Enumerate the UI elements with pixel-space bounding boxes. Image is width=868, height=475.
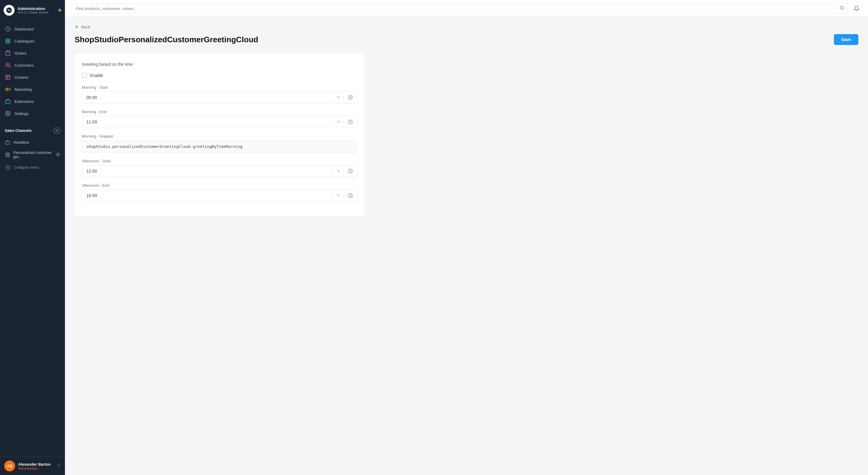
morning-start-field: Morning - Start × [82, 85, 357, 103]
user-profile[interactable]: AB Alexander Barton Administrator [0, 456, 65, 475]
enable-checkbox[interactable] [82, 73, 87, 78]
svg-rect-14 [5, 141, 9, 144]
sidebar-item-label: Settings [14, 111, 29, 116]
extensions-icon [5, 98, 11, 104]
morning-start-input[interactable] [82, 92, 333, 103]
svg-rect-18 [8, 155, 9, 157]
sidebar-item-label: Customers [14, 63, 33, 68]
morning-start-clear-button[interactable]: × [333, 92, 343, 103]
morning-start-label: Morning - Start [82, 85, 357, 90]
settings-icon [5, 110, 11, 116]
afternoon-end-label: Afternoon - End [82, 183, 357, 188]
section-title: Greeting based on the time [82, 62, 357, 67]
user-role: Administrator [18, 467, 54, 470]
morning-start-input-wrap: × [82, 92, 357, 103]
svg-rect-16 [8, 153, 9, 155]
svg-point-19 [57, 154, 59, 155]
svg-point-21 [840, 6, 843, 9]
afternoon-start-input[interactable] [82, 165, 333, 177]
search-input[interactable] [71, 3, 847, 14]
headless-icon [5, 140, 10, 145]
sidebar-item-marketing[interactable]: Marketing [0, 83, 65, 95]
morning-end-input[interactable] [82, 116, 333, 128]
svg-rect-8 [6, 75, 10, 79]
topbar [65, 0, 868, 17]
page-content: Back ShopStudioPersonalizedCustomerGreet… [65, 17, 868, 475]
svg-rect-15 [6, 153, 7, 155]
svg-rect-17 [6, 155, 7, 157]
svg-rect-3 [8, 39, 10, 40]
svg-rect-12 [6, 100, 10, 103]
afternoon-end-clock-button[interactable] [343, 190, 357, 201]
afternoon-start-clock-button[interactable] [343, 165, 357, 177]
sidebar-item-orders[interactable]: Orders [0, 47, 65, 59]
catalogues-icon [5, 38, 11, 44]
save-button[interactable]: Save [834, 34, 858, 45]
orders-icon [5, 50, 11, 56]
online-indicator [58, 9, 61, 12]
avatar: AB [4, 461, 15, 471]
back-link[interactable]: Back [74, 25, 858, 29]
afternoon-start-input-wrap: × [82, 165, 357, 177]
morning-end-label: Morning - End [82, 109, 357, 114]
sidebar-sub-label: Personalized customer gre... [13, 150, 53, 159]
search-icon[interactable] [840, 5, 844, 11]
sidebar-item-content[interactable]: Content [0, 71, 65, 83]
sidebar-item-dashboard[interactable]: Dashboard [0, 23, 65, 35]
app-title-block: Administration v6.4.2.1 Stable Version [18, 6, 55, 14]
svg-rect-5 [6, 42, 7, 43]
svg-rect-2 [6, 39, 7, 40]
afternoon-end-clear-button[interactable]: × [333, 190, 343, 201]
eye-icon[interactable] [56, 152, 60, 158]
afternoon-start-label: Afternoon - Start [82, 159, 357, 163]
sidebar-item-headless[interactable]: Headless [0, 137, 65, 148]
greeting-card: Greeting based on the time Enable Mornin… [74, 54, 365, 216]
sidebar-item-label: Content [14, 75, 28, 80]
collapse-label: Collapse menu [14, 165, 39, 170]
app-version: v6.4.2.1 Stable Version [18, 11, 55, 14]
collapse-icon [5, 165, 11, 170]
svg-point-13 [7, 113, 9, 114]
main-nav: Dashboard Catalogues Orders [0, 21, 65, 122]
morning-snippet-label: Morning - Snippet [82, 134, 357, 138]
customers-icon [5, 62, 11, 68]
svg-line-22 [843, 9, 844, 10]
sidebar: Administration v6.4.2.1 Stable Version D… [0, 0, 65, 475]
afternoon-end-input[interactable] [82, 190, 333, 201]
afternoon-start-field: Afternoon - Start × [82, 159, 357, 177]
enable-row: Enable [82, 73, 357, 78]
sidebar-sub-label: Headless [13, 140, 29, 144]
search-box [71, 3, 847, 14]
plugin-icon [5, 152, 10, 158]
user-name: Alexander Barton [18, 462, 54, 467]
sidebar-item-settings[interactable]: Settings [0, 107, 65, 120]
afternoon-end-input-wrap: × [82, 190, 357, 202]
morning-end-field: Morning - End × [82, 109, 357, 128]
add-channel-button[interactable]: + [54, 127, 60, 134]
page-header: ShopStudioPersonalizedCustomerGreetingCl… [74, 34, 858, 45]
morning-end-clock-button[interactable] [343, 116, 357, 128]
user-info: Alexander Barton Administrator [18, 462, 54, 470]
app-name: Administration [18, 6, 55, 11]
morning-snippet-value: shopStudio.personalizedCustomerGreetingC… [82, 140, 357, 153]
sidebar-header: Administration v6.4.2.1 Stable Version [0, 0, 65, 21]
svg-marker-11 [6, 88, 8, 91]
sales-channels-section: Sales Channels + [0, 124, 65, 137]
afternoon-start-clear-button[interactable]: × [333, 165, 343, 177]
sidebar-item-customers[interactable]: Customers [0, 59, 65, 71]
collapse-menu-button[interactable]: Collapse menu [0, 162, 65, 173]
sidebar-item-label: Orders [14, 51, 27, 56]
sidebar-item-catalogues[interactable]: Catalogues [0, 35, 65, 47]
sidebar-item-label: Catalogues [14, 39, 34, 43]
morning-end-clear-button[interactable]: × [333, 116, 343, 128]
sidebar-item-label: Dashboard [14, 27, 34, 31]
svg-point-7 [6, 63, 8, 65]
morning-start-clock-button[interactable] [343, 92, 357, 103]
notifications-button[interactable] [851, 3, 862, 14]
main-area: Back ShopStudioPersonalizedCustomerGreet… [65, 0, 868, 475]
content-icon [5, 74, 11, 80]
sidebar-item-extensions[interactable]: Extensions [0, 95, 65, 107]
sidebar-item-label: Marketing [14, 87, 32, 92]
afternoon-end-field: Afternoon - End × [82, 183, 357, 202]
sidebar-item-personalized[interactable]: Personalized customer gre... [0, 148, 65, 162]
